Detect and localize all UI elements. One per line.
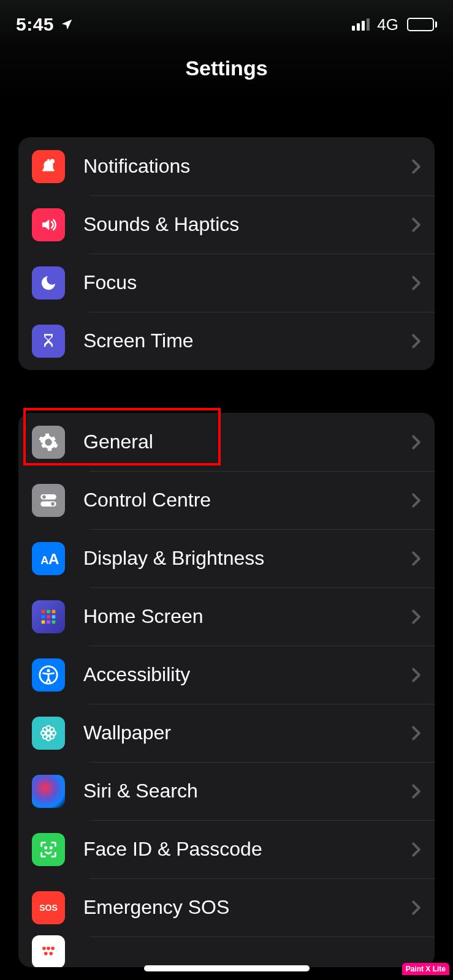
chevron-right-icon <box>411 217 421 233</box>
settings-group: General Control Centre AA Display & Brig… <box>18 413 435 967</box>
moon-icon <box>32 266 65 300</box>
page-header: Settings <box>0 49 453 104</box>
settings-row-sos[interactable]: SOS Emergency SOS <box>18 878 435 937</box>
row-label: Accessibility <box>83 663 411 686</box>
svg-rect-10 <box>42 615 45 619</box>
speaker-icon <box>32 208 65 241</box>
exposure-icon <box>32 935 65 967</box>
location-services-icon <box>60 18 74 31</box>
row-label: Face ID & Passcode <box>83 838 411 861</box>
status-time: 5:45 <box>16 14 54 35</box>
battery-icon <box>407 18 437 31</box>
settings-row-focus[interactable]: Focus <box>18 254 435 312</box>
row-label: Wallpaper <box>83 722 411 744</box>
settings-row-screentime[interactable]: Screen Time <box>18 312 435 370</box>
bell-icon <box>32 150 65 183</box>
settings-row-controlcentre[interactable]: Control Centre <box>18 471 435 529</box>
svg-point-27 <box>45 847 47 848</box>
svg-point-26 <box>50 734 54 739</box>
svg-point-31 <box>47 947 50 951</box>
text-size-icon: AA <box>32 542 65 575</box>
settings-row-display[interactable]: AA Display & Brightness <box>18 529 435 587</box>
svg-point-17 <box>47 669 50 672</box>
row-label: Focus <box>83 271 411 294</box>
settings-group: Notifications Sounds & Haptics Focus <box>18 137 435 370</box>
row-label: Display & Brightness <box>83 547 411 570</box>
face-icon <box>32 833 65 866</box>
row-label: Home Screen <box>83 605 411 628</box>
network-type: 4G <box>377 15 398 34</box>
siri-icon <box>32 775 65 808</box>
settings-row-wallpaper[interactable]: Wallpaper <box>18 704 435 762</box>
chevron-right-icon <box>411 783 421 799</box>
settings-row-sounds[interactable]: Sounds & Haptics <box>18 195 435 254</box>
chevron-right-icon <box>411 667 421 683</box>
chevron-right-icon <box>411 434 421 450</box>
settings-row-notifications[interactable]: Notifications <box>18 137 435 195</box>
chevron-right-icon <box>411 333 421 349</box>
svg-rect-13 <box>42 620 45 624</box>
home-indicator[interactable] <box>144 965 310 971</box>
row-label: Emergency SOS <box>83 896 411 919</box>
row-label: Sounds & Haptics <box>83 213 411 236</box>
svg-text:A: A <box>48 550 59 567</box>
svg-rect-8 <box>47 609 50 613</box>
status-right: 4G <box>352 15 437 34</box>
hourglass-icon <box>32 325 65 358</box>
chevron-right-icon <box>411 900 421 916</box>
chevron-right-icon <box>411 842 421 858</box>
sos-icon: SOS <box>32 891 65 924</box>
svg-point-30 <box>42 947 46 951</box>
svg-point-0 <box>50 159 55 164</box>
flower-icon <box>32 717 65 750</box>
page-title: Settings <box>185 56 267 80</box>
grid-icon <box>32 600 65 633</box>
gear-icon <box>32 426 65 459</box>
svg-point-2 <box>42 495 46 499</box>
row-label: Siri & Search <box>83 780 411 802</box>
accessibility-icon <box>32 658 65 692</box>
svg-point-24 <box>50 727 54 731</box>
svg-point-28 <box>50 847 51 848</box>
chevron-right-icon <box>411 492 421 508</box>
cellular-signal-icon <box>352 18 370 31</box>
svg-rect-9 <box>52 609 56 613</box>
svg-point-32 <box>51 947 55 951</box>
settings-row-faceid[interactable]: Face ID & Passcode <box>18 820 435 878</box>
chevron-right-icon <box>411 159 421 175</box>
settings-content: Notifications Sounds & Haptics Focus <box>0 137 453 967</box>
toggles-icon <box>32 484 65 517</box>
chevron-right-icon <box>411 275 421 291</box>
svg-rect-12 <box>52 615 56 619</box>
svg-point-23 <box>43 727 47 731</box>
row-label: Notifications <box>83 155 411 178</box>
svg-point-34 <box>49 952 53 956</box>
svg-rect-15 <box>52 620 56 624</box>
chevron-right-icon <box>411 551 421 567</box>
settings-row-accessibility[interactable]: Accessibility <box>18 646 435 704</box>
svg-rect-11 <box>47 615 50 619</box>
status-left: 5:45 <box>16 14 74 35</box>
svg-rect-14 <box>47 620 50 624</box>
svg-point-33 <box>44 952 48 956</box>
svg-point-4 <box>51 502 55 505</box>
row-label: Control Centre <box>83 489 411 511</box>
settings-row-general[interactable]: General <box>18 413 435 471</box>
chevron-right-icon <box>411 725 421 741</box>
svg-point-25 <box>43 734 47 739</box>
svg-text:A: A <box>40 553 48 566</box>
chevron-right-icon <box>411 609 421 625</box>
svg-text:SOS: SOS <box>39 903 58 913</box>
status-bar: 5:45 4G <box>0 0 453 49</box>
settings-row-siri[interactable]: Siri & Search <box>18 762 435 820</box>
row-label: Screen Time <box>83 330 411 352</box>
settings-row-exposure[interactable] <box>18 937 435 967</box>
settings-row-homescreen[interactable]: Home Screen <box>18 587 435 646</box>
svg-rect-7 <box>42 609 45 613</box>
row-label: General <box>83 431 411 453</box>
watermark: Paint X Lite <box>402 963 449 975</box>
